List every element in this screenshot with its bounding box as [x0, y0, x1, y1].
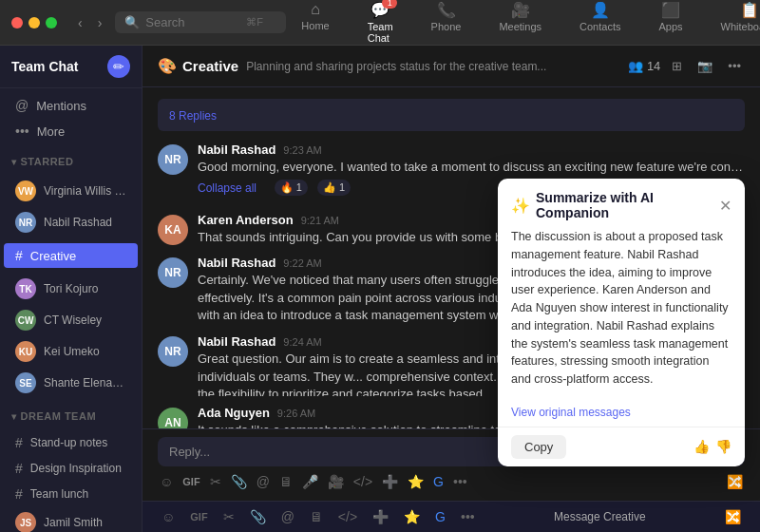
- sidebar-item-creative[interactable]: # Creative: [4, 243, 138, 268]
- search-bar[interactable]: 🔍 ⌘F: [115, 11, 286, 33]
- close-window-button[interactable]: [11, 17, 23, 28]
- bottom-plus-button[interactable]: ➕: [369, 507, 392, 526]
- creative-hash-icon: #: [15, 248, 23, 263]
- sidebar-item-jamil[interactable]: JS Jamil Smith: [4, 507, 138, 532]
- sidebar-item-designinsp[interactable]: # Design Inspiration: [4, 456, 138, 481]
- channel-name: 🎨 Creative: [158, 57, 238, 75]
- mentions-label: Mentions: [36, 99, 86, 113]
- forward-button[interactable]: ›: [92, 13, 108, 32]
- ai-sparkle-icon: ✨: [511, 197, 530, 215]
- mention-button[interactable]: @: [255, 472, 272, 491]
- sidebar-item-standupnotes[interactable]: # Stand-up notes: [4, 430, 138, 455]
- avatar: NR: [158, 336, 188, 367]
- more-toolbar-button[interactable]: •••: [451, 472, 469, 491]
- maximize-window-button[interactable]: [46, 17, 57, 28]
- tori-avatar: TK: [15, 278, 36, 299]
- virginia-label: Virginia Willis (You): [44, 184, 126, 198]
- reaction-thumbup[interactable]: 👍 1: [317, 180, 351, 196]
- bottom-star-button[interactable]: ⭐: [400, 507, 424, 526]
- nav-teamchat[interactable]: 💬 1 Team Chat: [360, 0, 401, 46]
- video-button[interactable]: 📷: [694, 55, 716, 77]
- msg-author: Ada Nguyen: [198, 406, 270, 420]
- nav-teamchat-label: Team Chat: [368, 21, 393, 44]
- ai-thumbs: 👍 👎: [694, 439, 732, 454]
- bottom-code-button[interactable]: </>: [334, 507, 361, 526]
- ai-view-original-link[interactable]: View original messages: [511, 406, 732, 419]
- sidebar-actions: @ Mentions ••• More: [0, 88, 142, 148]
- audio-button[interactable]: 🎤: [300, 472, 320, 491]
- more-label: More: [37, 124, 66, 139]
- ai-popup-title-text: Summarize with AI Companion: [536, 190, 719, 220]
- bottom-filter-button[interactable]: 🔀: [721, 507, 745, 526]
- sidebar-item-tori[interactable]: TK Tori Kojuro: [4, 274, 138, 304]
- ai-copy-button[interactable]: Copy: [511, 435, 566, 459]
- teamlunch-label: Team lunch: [30, 487, 88, 501]
- kei-label: Kei Umeko: [44, 345, 100, 358]
- nav-contacts-label: Contacts: [580, 21, 620, 32]
- emoji-button[interactable]: ☺: [158, 472, 175, 491]
- more-options-button[interactable]: •••: [724, 55, 745, 77]
- video-msg-button[interactable]: 🎥: [326, 472, 346, 491]
- bottom-screen-button[interactable]: 🖥: [306, 507, 327, 526]
- chat-header-actions: 👥 14 ⊞ 📷 •••: [628, 55, 745, 77]
- sidebar-item-nabil[interactable]: NR Nabil Rashad: [4, 207, 138, 238]
- contacts-icon: 👤: [591, 1, 610, 19]
- sidebar-item-mentions[interactable]: @ Mentions: [4, 93, 138, 118]
- nav-meetings[interactable]: 🎥 Meetings: [491, 0, 549, 46]
- nav-whiteboards[interactable]: 📋 Whiteboards: [713, 0, 760, 46]
- dm-section: TK Tori Kojuro CW CT Wiseley KU Kei Umek…: [0, 269, 142, 403]
- mentions-icon: @: [15, 98, 28, 113]
- nav-home[interactable]: ⌂ Home: [294, 0, 336, 46]
- bottom-emoji-button[interactable]: ☺: [158, 507, 179, 526]
- google-button[interactable]: G: [431, 472, 446, 491]
- star-button[interactable]: ⭐: [406, 472, 426, 491]
- minimize-window-button[interactable]: [28, 17, 40, 28]
- msg-header: Nabil Rashad 9:23 AM: [198, 142, 745, 157]
- sidebar-item-ct[interactable]: CW CT Wiseley: [4, 305, 138, 335]
- shante-label: Shante Elena, Daniel Bow...: [44, 376, 126, 390]
- designinsp-label: Design Inspiration: [30, 462, 122, 475]
- search-icon: 🔍: [124, 15, 140, 29]
- standup-label: Stand-up notes: [30, 436, 107, 449]
- bottom-gif-button[interactable]: GIF: [186, 509, 211, 524]
- dreamteam-label[interactable]: Dream Team: [0, 403, 142, 426]
- ai-thumbdown-button[interactable]: 👎: [715, 439, 732, 454]
- replies-link[interactable]: 8 Replies: [169, 109, 217, 123]
- channel-options-button[interactable]: ⊞: [668, 55, 686, 77]
- channel-name-text: Creative: [182, 58, 238, 74]
- sidebar-item-kei[interactable]: KU Kei Umeko: [4, 336, 138, 367]
- screen-share-button[interactable]: 🖥: [277, 472, 294, 491]
- code-button[interactable]: </>: [352, 472, 374, 491]
- nabil-avatar: NR: [15, 212, 36, 233]
- bottom-moredots-button[interactable]: •••: [457, 507, 479, 526]
- reaction-fire[interactable]: 🔥 1: [275, 180, 308, 196]
- add-button[interactable]: ➕: [380, 472, 400, 491]
- nav-phone[interactable]: 📞 Phone: [424, 0, 469, 46]
- bottom-mention-button[interactable]: @: [277, 507, 298, 526]
- nav-apps[interactable]: ⬛ Apps: [651, 0, 690, 46]
- whiteboards-icon: 📋: [740, 1, 759, 19]
- send-filter-button[interactable]: 🔀: [725, 472, 745, 491]
- nav-contacts[interactable]: 👤 Contacts: [572, 0, 628, 46]
- sidebar-item-teamlunch[interactable]: # Team lunch: [4, 482, 138, 506]
- sidebar-item-more[interactable]: ••• More: [4, 119, 138, 143]
- starred-section-label[interactable]: Starred: [0, 148, 142, 171]
- gif-button[interactable]: GIF: [180, 474, 201, 489]
- attach-button[interactable]: 📎: [229, 472, 249, 491]
- chat-header: 🎨 Creative Planning and sharing projects…: [142, 46, 760, 87]
- ai-thumbup-button[interactable]: 👍: [694, 439, 710, 454]
- compose-button[interactable]: ✏: [107, 55, 130, 78]
- avatar: KA: [158, 215, 188, 245]
- search-input[interactable]: [145, 15, 240, 29]
- ai-close-button[interactable]: ✕: [719, 197, 732, 215]
- standup-hash-icon: #: [15, 435, 23, 450]
- sidebar-item-shante[interactable]: SE Shante Elena, Daniel Bow...: [4, 368, 138, 398]
- back-button[interactable]: ‹: [72, 13, 88, 32]
- screenshot-button[interactable]: ✂: [208, 472, 223, 491]
- bottom-scissor-button[interactable]: ✂: [219, 507, 238, 526]
- bottom-attach-button[interactable]: 📎: [246, 507, 270, 526]
- bottom-google-button[interactable]: G: [431, 507, 449, 526]
- sidebar-item-virginia[interactable]: VW Virginia Willis (You): [4, 176, 138, 206]
- ct-label: CT Wiseley: [44, 314, 102, 327]
- ai-popup-title: ✨ Summarize with AI Companion: [511, 190, 719, 220]
